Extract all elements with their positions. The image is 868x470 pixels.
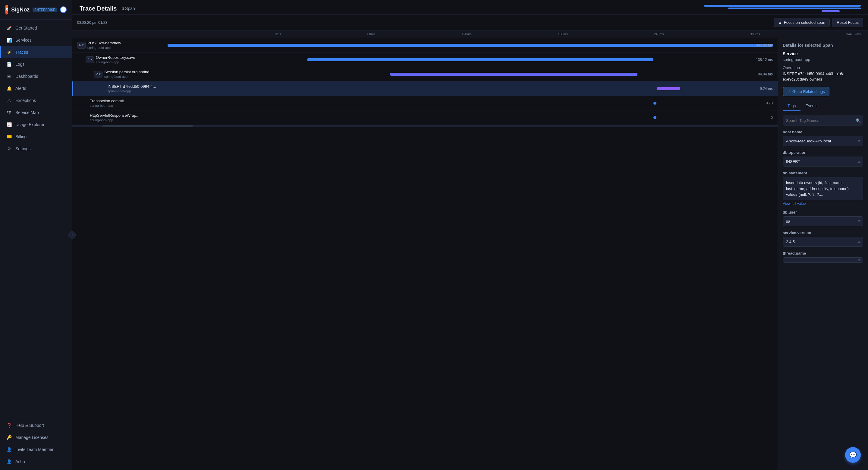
sidebar-item-service-map[interactable]: 🗺 Service Map: [0, 107, 72, 119]
span-bar-area-span-5: 9.70: [176, 98, 773, 108]
timestamp-label: 08:28:20 pm 01/23: [77, 21, 107, 25]
span-bar-area-span-2: 138.12 ms: [176, 55, 773, 64]
sidebar-item-dashboards[interactable]: ⊞ Dashboards: [0, 70, 72, 82]
sidebar-item-ashu[interactable]: 👤 Ashu: [0, 456, 72, 468]
sidebar-item-traces[interactable]: ⚡ Traces: [0, 46, 72, 58]
ruler-mark-120: 120ms: [462, 32, 472, 36]
timeline-main: 6 ▾ POST /owners/new spring-boot-app 344…: [72, 38, 778, 470]
span-row-span-5[interactable]: Transaction.commit spring-boot-app 9.70: [72, 96, 778, 110]
span-rows: 6 ▾ POST /owners/new spring-boot-app 344…: [72, 38, 778, 125]
sidebar-item-usage-explorer[interactable]: 📈 Usage Explorer: [0, 119, 72, 130]
span-text-span-5: Transaction.commit spring-boot-app: [90, 99, 124, 108]
operation-value: INSERT d7fedd50-0994-440b-a16a-e5e9c23cd…: [783, 71, 863, 82]
span-duration-span-1: 344.02 ms: [756, 43, 773, 47]
trace-bar-2: [728, 7, 861, 9]
tag-key-0: host.name: [783, 130, 863, 134]
main-content: Trace Details 6 Span 08:28:20 pm 01/23 ▲…: [72, 0, 868, 470]
sidebar-item-invite-team-member[interactable]: 👤 Invite Team Member: [0, 443, 72, 456]
span-row-span-4[interactable]: INSERT d7fedd50-0994-4... spring-boot-ap…: [72, 82, 778, 96]
goto-related-logs-button[interactable]: ↗ Go to Related logs: [783, 87, 830, 96]
sidebar-label-settings: Settings: [16, 146, 31, 151]
sidebar-label-services: Services: [16, 38, 32, 42]
copy-icon-1[interactable]: ⧉: [858, 159, 861, 164]
external-link-icon: ↗: [787, 89, 790, 94]
service-label: Service: [783, 51, 863, 56]
sidebar-label-service-map: Service Map: [16, 110, 39, 115]
span-row-span-6[interactable]: HttpServletResponseWrap... spring-boot-a…: [72, 110, 778, 125]
focus-icon: ▲: [778, 20, 782, 25]
span-service-span-6: spring-boot-app: [90, 118, 140, 122]
sidebar-collapse-btn[interactable]: ‹: [68, 231, 76, 239]
span-name-span-2: OwnerRepository.save: [96, 55, 135, 60]
span-expand-span-1[interactable]: 6 ▾: [77, 42, 86, 49]
operation-label: Operation: [783, 65, 863, 70]
horizontal-scrollbar[interactable]: [72, 125, 778, 127]
span-expand-span-2[interactable]: 4 ▾: [86, 56, 94, 63]
sidebar-item-exceptions[interactable]: ⚠ Exceptions: [0, 94, 72, 107]
focus-label: Focus on selected span: [784, 20, 825, 25]
sidebar-item-help-support[interactable]: ❓ Help & Support: [0, 419, 72, 431]
search-tag-input[interactable]: [783, 116, 863, 125]
span-bar-area-span-6: 0: [176, 113, 773, 122]
reset-focus-button[interactable]: Reset Focus: [832, 18, 863, 27]
span-row-span-3[interactable]: 2 ▾ Session.persist org.spring... spring…: [72, 67, 778, 82]
span-expand-span-3[interactable]: 2 ▾: [94, 71, 102, 78]
sidebar-item-manage-licenses[interactable]: 🔑 Manage Licenses: [0, 431, 72, 443]
sidebar-item-logs[interactable]: 📄 Logs: [0, 58, 72, 70]
span-info-span-1: 6 ▾ POST /owners/new spring-boot-app: [77, 41, 167, 50]
file-text-icon: 📄: [6, 62, 12, 67]
tag-key-1: db.operation: [783, 150, 863, 155]
sidebar-label-usage-explorer: Usage Explorer: [16, 122, 44, 127]
tag-value-3: sa ⧉: [783, 216, 863, 226]
sidebar-label-billing: Billing: [16, 134, 27, 139]
span-bar-area-span-3: 94.04 ms: [184, 69, 773, 79]
copy-icon-5[interactable]: ⧉: [858, 258, 861, 262]
key-icon: 🔑: [6, 435, 12, 440]
sidebar-label-manage-licenses: Manage Licenses: [16, 435, 49, 440]
span-row-span-2[interactable]: 4 ▾ OwnerRepository.save spring-boot-app…: [72, 53, 778, 67]
tag-item-1: db.operation INSERT ⧉: [783, 150, 863, 167]
search-icon[interactable]: 🔍: [856, 118, 861, 123]
sidebar-bottom: ❓ Help & Support 🔑 Manage Licenses 👤 Inv…: [0, 417, 72, 470]
sidebar-item-billing[interactable]: 💳 Billing: [0, 130, 72, 143]
tag-item-2: db.statement insert into owners (id, fir…: [783, 171, 863, 206]
copy-icon-3[interactable]: ⧉: [858, 219, 861, 223]
timeline-container: 6 ▾ POST /owners/new spring-boot-app 344…: [72, 38, 868, 470]
help-circle-icon: ❓: [6, 423, 12, 428]
view-full-link-2[interactable]: View full value: [783, 202, 863, 206]
trace-header: Trace Details 6 Span: [72, 0, 868, 15]
span-name-span-3: Session.persist org.spring...: [104, 70, 153, 74]
tab-events[interactable]: Events: [801, 101, 822, 111]
sidebar-item-get-started[interactable]: 🚀 Get Started: [0, 22, 72, 34]
alert-triangle-icon: ⚠: [6, 98, 12, 103]
tab-tags[interactable]: Tags: [783, 101, 801, 111]
copy-icon-4[interactable]: ⧉: [858, 240, 861, 244]
rocket-icon: 🚀: [6, 25, 12, 31]
sidebar-item-alerts[interactable]: 🔔 Alerts: [0, 82, 72, 94]
span-row-span-1[interactable]: 6 ▾ POST /owners/new spring-boot-app 344…: [72, 38, 778, 53]
app-name: SigNoz: [11, 7, 30, 13]
chat-fab-button[interactable]: 💬: [845, 447, 861, 463]
span-text-span-2: OwnerRepository.save spring-boot-app: [96, 55, 135, 64]
service-value: spring-boot-app: [783, 57, 863, 62]
user-plus-icon: 👤: [6, 447, 12, 452]
theme-toggle[interactable]: [60, 6, 67, 13]
panel-title: Details for selected Span: [783, 43, 863, 48]
copy-icon-0[interactable]: ⧉: [858, 139, 861, 143]
sidebar-item-settings[interactable]: ⚙ Settings: [0, 143, 72, 155]
span-name-span-1: POST /owners/new: [87, 41, 121, 45]
span-duration-span-4: 9.24 ms: [760, 87, 773, 91]
focus-selected-span-button[interactable]: ▲ Focus on selected span: [774, 18, 830, 27]
tag-item-5: thread.name ⧉: [783, 251, 863, 263]
span-name-span-4: INSERT d7fedd50-0994-4...: [107, 84, 156, 89]
span-service-span-2: spring-boot-app: [96, 60, 135, 64]
grid-icon: ⊞: [6, 74, 12, 79]
scroll-thumb[interactable]: [102, 125, 193, 127]
span-info-span-2: 4 ▾ OwnerRepository.save spring-boot-app: [77, 55, 176, 64]
bar-chart-icon: 📊: [6, 37, 12, 43]
sidebar-label-get-started: Get Started: [16, 26, 37, 30]
tag-key-3: db.user: [783, 210, 863, 214]
trace-bar-1: [704, 5, 861, 7]
app-logo-icon: S: [5, 5, 8, 14]
sidebar-item-services[interactable]: 📊 Services: [0, 34, 72, 46]
